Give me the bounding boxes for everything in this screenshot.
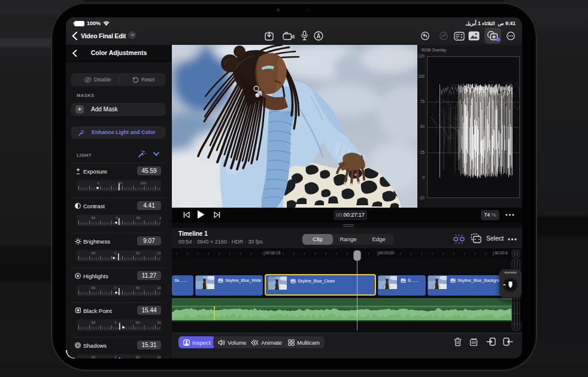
svg-text:100: 100 [140, 181, 147, 185]
svg-text:100: 100 [157, 286, 161, 290]
svg-text:-50: -50 [90, 286, 96, 290]
svg-text:50: 50 [136, 251, 140, 255]
svg-text:-50: -50 [90, 251, 96, 255]
svg-text:-50: -50 [90, 216, 96, 220]
svg-text:-50: -50 [90, 355, 96, 359]
svg-text:1: 1 [159, 216, 161, 220]
svg-text:-50: -50 [90, 321, 96, 324]
svg-text:100: 100 [157, 251, 161, 255]
svg-text:100: 100 [157, 355, 161, 359]
svg-text:100: 100 [157, 321, 161, 324]
svg-text:50: 50 [137, 216, 141, 220]
svg-text:50: 50 [136, 321, 140, 324]
svg-text:50: 50 [136, 355, 140, 359]
svg-text:50: 50 [136, 286, 140, 290]
